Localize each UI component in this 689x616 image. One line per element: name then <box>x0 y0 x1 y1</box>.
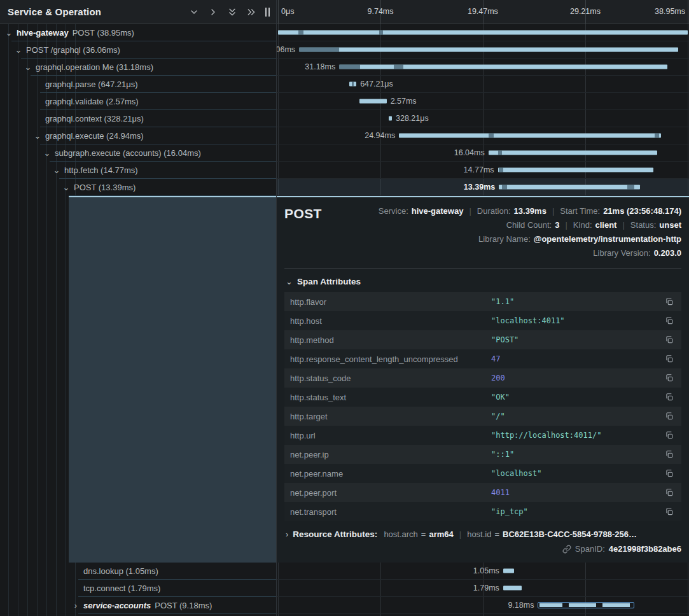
span-meta-line: Library Name:@opentelemetry/instrumentat… <box>478 232 681 246</box>
span-duration-bar[interactable] <box>503 586 522 591</box>
child-span-segment <box>569 603 596 607</box>
ruler-tick-line <box>688 0 688 24</box>
resource-attributes-toggle[interactable]: › Resource Attributes: host.arch=arm64|h… <box>286 529 681 539</box>
timeline-span-row[interactable]: 24.94ms <box>277 127 689 144</box>
span-duration-bar[interactable] <box>503 569 514 573</box>
link-icon[interactable] <box>562 545 571 554</box>
timeline-span-row[interactable]: 9.18ms <box>277 597 689 614</box>
span-tree-row[interactable]: ⌄graphql.execute (24.94ms) <box>0 127 276 144</box>
chevron-down-icon[interactable]: ⌄ <box>15 46 22 54</box>
span-tree-row[interactable]: ⌄POST /graphql (36.06ms) <box>0 41 276 59</box>
span-meta-line: Child Count:3|Kind:client|Status:unset <box>506 218 681 232</box>
copy-icon[interactable] <box>663 412 676 421</box>
span-operation-label: POST (13.39ms) <box>74 183 136 192</box>
attribute-value: 4011 <box>491 488 663 497</box>
attribute-row: net.transport"ip_tcp" <box>284 502 681 521</box>
timeline-span-row[interactable]: 16.04ms <box>277 144 689 162</box>
self-time-mark <box>379 31 383 35</box>
copy-icon[interactable] <box>663 431 676 440</box>
resource-equals: = <box>494 529 499 539</box>
copy-icon[interactable] <box>663 450 676 459</box>
span-tree-row[interactable]: graphql.parse (647.21μs) <box>0 76 276 93</box>
span-tree-row[interactable]: graphql.context (328.21μs) <box>0 110 276 127</box>
chevron-down-icon[interactable]: ⌄ <box>34 132 41 140</box>
double-chevron-right-icon[interactable] <box>246 6 256 17</box>
span-tree-row[interactable]: ›service-accountsPOST (9.18ms) <box>0 597 276 614</box>
timeline-span-row[interactable]: 13.39ms <box>277 179 689 196</box>
chevron-down-icon[interactable]: ⌄ <box>53 166 60 174</box>
span-duration-bar[interactable] <box>399 134 661 138</box>
meta-label: Library Name: <box>478 234 531 244</box>
span-service-name: service-accounts <box>83 601 151 610</box>
resource-key: host.arch <box>384 529 417 539</box>
span-duration-bar[interactable] <box>359 99 386 104</box>
timeline-span-row[interactable]: 1.05ms <box>277 563 689 580</box>
span-duration-bar[interactable] <box>349 82 356 87</box>
span-duration-bar[interactable] <box>499 185 639 190</box>
span-tree-row[interactable]: graphql.validate (2.57ms) <box>0 93 276 110</box>
chevron-down-icon[interactable]: ⌄ <box>43 149 51 157</box>
copy-icon[interactable] <box>663 488 676 497</box>
copy-icon[interactable] <box>663 374 676 382</box>
timeline-span-row[interactable]: 14.77ms <box>277 162 689 179</box>
attribute-value: "ip_tcp" <box>491 507 663 516</box>
chevron-down-icon[interactable]: ⌄ <box>5 29 13 37</box>
row-divider <box>78 613 276 614</box>
copy-icon[interactable] <box>663 335 676 344</box>
timeline-span-row[interactable]: 647.21μs <box>277 76 689 93</box>
timeline-span-row[interactable]: 2.57ms <box>277 93 689 110</box>
chevron-right-icon[interactable]: › <box>72 601 80 610</box>
timeline-span-row[interactable]: 1.79ms <box>277 580 689 597</box>
attribute-value: 200 <box>491 374 663 382</box>
span-attributes-toggle[interactable]: ⌄ Span Attributes <box>286 277 681 286</box>
meta-label: Kind: <box>573 220 592 230</box>
self-time-mark <box>655 134 659 138</box>
copy-icon[interactable] <box>663 297 676 306</box>
timeline-span-row[interactable]: 31.18ms <box>277 59 689 76</box>
chevron-right-icon[interactable] <box>207 6 218 17</box>
copy-icon[interactable] <box>663 469 676 478</box>
span-duration-bar[interactable] <box>389 116 392 121</box>
attribute-value: "localhost" <box>491 469 663 478</box>
span-tree-row[interactable]: tcp.connect (1.79ms) <box>0 580 276 597</box>
span-operation-label: graphql.execute (24.94ms) <box>45 131 144 141</box>
panel-resize-handle[interactable] <box>264 6 271 18</box>
double-chevron-down-icon[interactable] <box>226 6 237 17</box>
span-duration-bar[interactable] <box>339 65 667 69</box>
copy-icon[interactable] <box>663 354 676 363</box>
span-tree-row[interactable]: ⌄http.fetch (14.77ms) <box>0 162 276 179</box>
span-operation-label: POST (9.18ms) <box>155 601 212 610</box>
span-tree-row[interactable]: ⌄hive-gatewayPOST (38.95ms) <box>0 24 276 41</box>
span-id-value: 4e21998f3b82abe6 <box>609 544 681 554</box>
attribute-row: http.host"localhost:4011" <box>284 311 681 330</box>
chevron-down-icon[interactable]: ⌄ <box>62 183 70 192</box>
span-tree-row[interactable]: ⌄subgraph.execute (accounts) (16.04ms) <box>0 144 276 162</box>
span-title: POST <box>284 204 322 221</box>
span-operation-label: POST /graphql (36.06ms) <box>26 45 120 55</box>
ruler-tick-label: 19.47ms <box>468 7 498 16</box>
span-duration-bar[interactable] <box>538 602 634 608</box>
timeline-span-row[interactable]: 38.95ms <box>277 24 689 41</box>
span-duration-bar[interactable] <box>498 168 653 172</box>
span-duration-label: 647.21μs <box>360 80 393 88</box>
copy-icon[interactable] <box>663 393 676 402</box>
timeline-span-row[interactable]: 328.21μs <box>277 110 689 127</box>
timeline-span-row[interactable]: 36.06ms <box>277 41 689 59</box>
chevron-down-icon[interactable] <box>188 6 199 17</box>
span-tree-row[interactable]: dns.lookup (1.05ms) <box>0 563 276 580</box>
span-duration-bar[interactable] <box>489 151 657 155</box>
span-duration-bar[interactable] <box>299 48 678 52</box>
meta-value: 13.39ms <box>514 206 546 216</box>
meta-label: Duration: <box>477 206 511 216</box>
copy-icon[interactable] <box>663 507 676 516</box>
span-operation-label: graphql.parse (647.21μs) <box>45 80 138 89</box>
span-tree-row[interactable]: ⌄graphql.operation Me (31.18ms) <box>0 59 276 76</box>
span-duration-bar[interactable] <box>278 31 688 35</box>
copy-icon[interactable] <box>663 316 676 325</box>
tree-panel-header: Service & Operation <box>0 0 276 24</box>
resource-attributes-title: Resource Attributes: <box>293 529 377 539</box>
span-tree-row[interactable]: ⌄POST (13.39ms) <box>0 179 276 196</box>
chevron-down-icon[interactable]: ⌄ <box>24 63 32 71</box>
attribute-row: http.target"/" <box>284 407 681 426</box>
span-operation-label: http.fetch (14.77ms) <box>64 165 138 175</box>
